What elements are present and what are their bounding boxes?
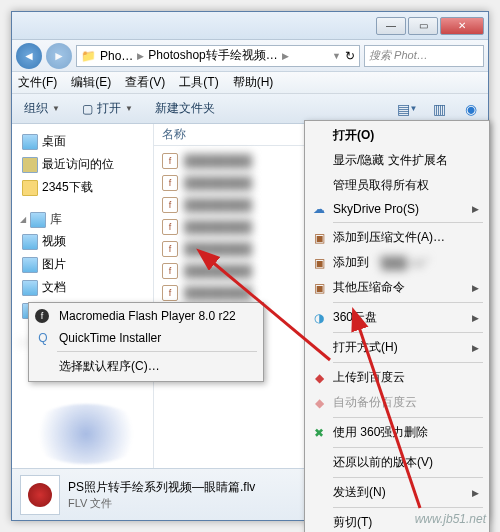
- flv-icon: f: [162, 263, 178, 279]
- nav-label: 视频: [42, 233, 66, 250]
- open-button[interactable]: ▢ 打开 ▼: [76, 98, 139, 119]
- ctx-skydrive[interactable]: ☁SkyDrive Pro(S)▶: [307, 198, 487, 220]
- new-folder-button[interactable]: 新建文件夹: [149, 98, 221, 119]
- submenu-arrow-icon: ▶: [472, 204, 479, 214]
- separator: [333, 417, 483, 418]
- ctx-restore[interactable]: 还原以前的版本(V): [307, 450, 487, 475]
- refresh-button[interactable]: ↻: [345, 49, 355, 63]
- flv-icon: f: [162, 241, 178, 257]
- search-placeholder: 搜索 Phot…: [369, 48, 428, 63]
- chevron-down-icon[interactable]: ▼: [332, 51, 341, 61]
- ctx-add-archive[interactable]: ▣添加到压缩文件(A)…: [307, 225, 487, 250]
- ctx-cut[interactable]: 剪切(T): [307, 510, 487, 532]
- maximize-button[interactable]: ▭: [408, 17, 438, 35]
- nav-back-button[interactable]: ◄: [16, 43, 42, 69]
- file-name: ████████: [184, 176, 252, 190]
- ctx-label: 还原以前的版本(V): [333, 454, 433, 471]
- menu-file[interactable]: 文件(F): [18, 74, 57, 91]
- ctx-label: 打开(O): [333, 127, 374, 144]
- nav-label: 2345下载: [42, 179, 93, 196]
- ctx-other-archive[interactable]: ▣其他压缩命令▶: [307, 275, 487, 300]
- ctx-label-blur: "███.rar": [377, 256, 429, 270]
- view-options-button[interactable]: ▤ ▼: [396, 98, 418, 120]
- flv-icon: f: [162, 153, 178, 169]
- help-button[interactable]: ◉: [460, 98, 482, 120]
- ctx-label: 添加到压缩文件(A)…: [333, 229, 445, 246]
- context-menu: 打开(O) 显示/隐藏 文件扩展名 管理员取得所有权 ☁SkyDrive Pro…: [304, 120, 490, 532]
- minimize-button[interactable]: —: [376, 17, 406, 35]
- separator: [333, 507, 483, 508]
- breadcrumb-segment[interactable]: Pho…: [100, 49, 133, 63]
- ctx-label: 显示/隐藏 文件扩展名: [333, 152, 448, 169]
- ctx-label: 自动备份百度云: [333, 394, 417, 411]
- ctx-add-to[interactable]: ▣添加到"███.rar": [307, 250, 487, 275]
- nav-label: 图片: [42, 256, 66, 273]
- ctx-label: 选择默认程序(C)…: [59, 358, 160, 375]
- ctx-label: 上传到百度云: [333, 369, 405, 386]
- nav-recent[interactable]: 最近访问的位: [16, 153, 149, 176]
- openwith-choose[interactable]: 选择默认程序(C)…: [31, 354, 261, 379]
- file-name: ████████: [184, 242, 252, 256]
- ctx-send-to[interactable]: 发送到(N)▶: [307, 480, 487, 505]
- chevron-down-icon: ▼: [52, 104, 60, 113]
- open-with-submenu: fMacromedia Flash Player 8.0 r22 QQuickT…: [28, 302, 264, 382]
- file-name: ████████: [184, 220, 252, 234]
- folder-icon: [22, 180, 38, 196]
- file-name: ████████: [184, 198, 252, 212]
- videos-icon: [22, 234, 38, 250]
- open-icon: ▢: [82, 102, 93, 116]
- quicktime-icon: Q: [35, 330, 51, 346]
- nav-documents[interactable]: 文档: [16, 276, 149, 299]
- separator: [333, 222, 483, 223]
- organize-label: 组织: [24, 100, 48, 117]
- ctx-label: QuickTime Installer: [59, 331, 161, 345]
- nav-videos[interactable]: 视频: [16, 230, 149, 253]
- submenu-arrow-icon: ▶: [472, 488, 479, 498]
- ctx-admin[interactable]: 管理员取得所有权: [307, 173, 487, 198]
- search-input[interactable]: 搜索 Phot…: [364, 45, 484, 67]
- ctx-360yun[interactable]: ◑360云盘▶: [307, 305, 487, 330]
- breadcrumb[interactable]: 📁 Pho… ▶ Photoshop转手绘视频… ▶ ▼ ↻: [76, 45, 360, 67]
- baidu-icon: ◆: [311, 370, 327, 386]
- baidu-icon: ◆: [311, 395, 327, 411]
- ctx-label: 剪切(T): [333, 514, 372, 531]
- ctx-upload-baidu[interactable]: ◆上传到百度云: [307, 365, 487, 390]
- nav-label: 最近访问的位: [42, 156, 114, 173]
- menu-edit[interactable]: 编辑(E): [71, 74, 111, 91]
- submenu-arrow-icon: ▶: [472, 283, 479, 293]
- ctx-backup-baidu: ◆自动备份百度云: [307, 390, 487, 415]
- archive-icon: ▣: [311, 230, 327, 246]
- openwith-quicktime[interactable]: QQuickTime Installer: [31, 327, 261, 349]
- ctx-label: 360云盘: [333, 309, 377, 326]
- address-bar: ◄ ► 📁 Pho… ▶ Photoshop转手绘视频… ▶ ▼ ↻ 搜索 Ph…: [12, 40, 488, 72]
- breadcrumb-segment[interactable]: Photoshop转手绘视频…: [148, 47, 277, 64]
- skydrive-icon: ☁: [311, 201, 327, 217]
- nav-desktop[interactable]: 桌面: [16, 130, 149, 153]
- nav-pictures[interactable]: 图片: [16, 253, 149, 276]
- open-label: 打开: [97, 100, 121, 117]
- ctx-label: SkyDrive Pro(S): [333, 202, 419, 216]
- nav-downloads[interactable]: 2345下载: [16, 176, 149, 199]
- ctx-open-with[interactable]: 打开方式(H)▶: [307, 335, 487, 360]
- menu-tools[interactable]: 工具(T): [179, 74, 218, 91]
- flash-icon: f: [35, 309, 49, 323]
- nav-forward-button[interactable]: ►: [46, 43, 72, 69]
- ctx-open[interactable]: 打开(O): [307, 123, 487, 148]
- ctx-force-delete[interactable]: ✖使用 360强力删除: [307, 420, 487, 445]
- ctx-show-hide-ext[interactable]: 显示/隐藏 文件扩展名: [307, 148, 487, 173]
- pictures-icon: [22, 257, 38, 273]
- titlebar: — ▭ ✕: [12, 12, 488, 40]
- organize-button[interactable]: 组织 ▼: [18, 98, 66, 119]
- openwith-flash[interactable]: fMacromedia Flash Player 8.0 r22: [31, 305, 261, 327]
- menubar: 文件(F) 编辑(E) 查看(V) 工具(T) 帮助(H): [12, 72, 488, 94]
- separator: [57, 351, 257, 352]
- ctx-label: 使用 360强力删除: [333, 424, 428, 441]
- folder-icon: 📁: [81, 49, 96, 63]
- expand-icon: ◢: [20, 215, 26, 224]
- file-details: PS照片转手绘系列视频—眼睛篇.flv FLV 文件: [68, 479, 255, 511]
- nav-libraries-header[interactable]: ◢库: [16, 209, 149, 230]
- preview-pane-button[interactable]: ▥: [428, 98, 450, 120]
- close-button[interactable]: ✕: [440, 17, 484, 35]
- menu-help[interactable]: 帮助(H): [233, 74, 274, 91]
- menu-view[interactable]: 查看(V): [125, 74, 165, 91]
